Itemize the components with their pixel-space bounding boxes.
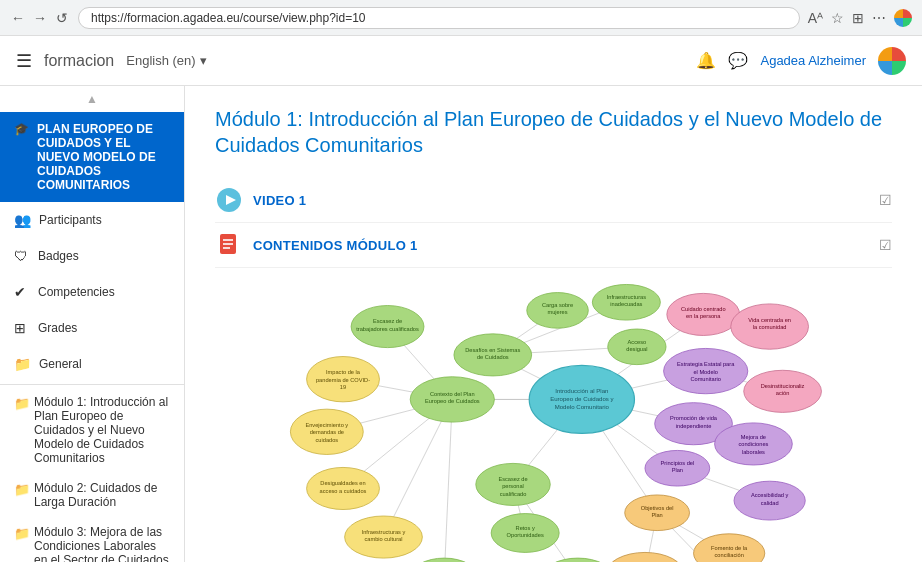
svg-text:desigual: desigual	[626, 346, 647, 352]
svg-text:Escasez de: Escasez de	[498, 476, 527, 482]
language-selector[interactable]: English (en) ▾	[126, 53, 206, 68]
svg-text:cualificado: cualificado	[500, 491, 527, 497]
top-nav-right: 🔔 💬 Agadea Alzheimer	[696, 47, 906, 75]
svg-text:acceso a cuidados: acceso a cuidados	[320, 488, 367, 494]
extensions-icon: ⊞	[852, 10, 864, 26]
general-label: General	[39, 357, 82, 371]
grades-label: Grades	[38, 321, 77, 335]
svg-text:Desinstitucionaliz: Desinstitucionaliz	[761, 383, 805, 389]
video-icon	[215, 186, 243, 214]
svg-text:laborales: laborales	[742, 449, 765, 455]
svg-text:Introducción al Plan: Introducción al Plan	[555, 388, 608, 394]
competencies-icon: ✔	[14, 284, 30, 300]
svg-text:Europeo de Cuidados y: Europeo de Cuidados y	[550, 396, 614, 402]
site-name: formacion	[44, 52, 114, 70]
content-doc-icon	[215, 231, 243, 259]
browser-controls: ← → ↺	[10, 10, 70, 26]
svg-text:Mejora de: Mejora de	[741, 434, 766, 440]
svg-text:ación: ación	[776, 390, 790, 396]
svg-point-56	[410, 558, 478, 562]
svg-point-113	[606, 552, 684, 562]
svg-text:Plan: Plan	[672, 467, 683, 473]
svg-text:mujeres: mujeres	[547, 309, 567, 315]
sidebar-scroll-up: ▲	[0, 86, 184, 112]
profile-icon: Aᴬ	[808, 10, 823, 26]
svg-text:Carga sobre: Carga sobre	[542, 302, 573, 308]
module1-label: Módulo 1: Introducción al Plan Europeo d…	[34, 395, 170, 465]
svg-text:trabajadores cualificados: trabajadores cualificados	[356, 326, 419, 332]
svg-text:de Cuidados: de Cuidados	[477, 354, 509, 360]
competencies-label: Competencies	[38, 285, 115, 299]
svg-text:Desafíos en Sistemas: Desafíos en Sistemas	[465, 347, 520, 353]
svg-text:Infraestructuras y: Infraestructuras y	[362, 529, 406, 535]
user-avatar-area	[878, 47, 906, 75]
content-label[interactable]: CONTENIDOS MÓDULO 1	[253, 238, 869, 253]
svg-text:condiciones: condiciones	[739, 441, 769, 447]
svg-text:Promoción de vida: Promoción de vida	[670, 415, 718, 421]
course-item-content[interactable]: CONTENIDOS MÓDULO 1 ☑	[215, 223, 892, 268]
svg-line-12	[444, 399, 452, 562]
svg-text:Oportunidades: Oportunidades	[507, 532, 544, 538]
video-label[interactable]: VIDEO 1	[253, 193, 869, 208]
svg-point-78	[542, 558, 613, 562]
agadea-logo-icon	[878, 47, 906, 75]
sidebar-module-3[interactable]: 📁 Módulo 3: Mejora de las Condiciones La…	[0, 517, 184, 562]
svg-rect-3	[223, 239, 233, 241]
svg-text:Objetivos del: Objetivos del	[641, 505, 674, 511]
svg-text:personal: personal	[502, 483, 524, 489]
module1-folder-icon: 📁	[14, 396, 28, 411]
url-bar[interactable]: https://formacion.agadea.eu/course/view.…	[78, 7, 800, 29]
svg-text:calidad: calidad	[761, 500, 779, 506]
video-check[interactable]: ☑	[879, 192, 892, 208]
sidebar-item-active-module[interactable]: 🎓 PLAN EUROPEO DE CUIDADOS Y EL NUEVO MO…	[0, 112, 184, 202]
svg-text:Cuidado centrado: Cuidado centrado	[681, 306, 726, 312]
svg-text:Vida centrada en: Vida centrada en	[748, 317, 791, 323]
svg-text:Desigualdades en: Desigualdades en	[320, 480, 365, 486]
page-title: Módulo 1: Introducción al Plan Europeo d…	[215, 106, 892, 158]
svg-text:Accesibilidad y: Accesibilidad y	[751, 492, 789, 498]
sidebar-item-general[interactable]: 📁 General	[0, 346, 184, 382]
svg-text:Escasez de: Escasez de	[373, 318, 402, 324]
sidebar-item-grades[interactable]: ⊞ Grades	[0, 310, 184, 346]
svg-text:Plan: Plan	[651, 512, 662, 518]
svg-text:Europeo de Cuidados: Europeo de Cuidados	[425, 398, 480, 404]
chat-icon[interactable]: 💬	[728, 51, 748, 70]
module3-label: Módulo 3: Mejora de las Condiciones Labo…	[34, 525, 170, 562]
svg-text:Infraestructuras: Infraestructuras	[607, 294, 646, 300]
svg-text:Acceso: Acceso	[628, 339, 647, 345]
participants-icon: 👥	[14, 212, 31, 228]
more-icon: ⋯	[872, 10, 886, 26]
reload-button[interactable]: ↺	[54, 10, 70, 26]
sidebar-module-1[interactable]: 📁 Módulo 1: Introducción al Plan Europeo…	[0, 387, 184, 473]
svg-text:Principios del: Principios del	[661, 460, 695, 466]
sidebar-item-badges[interactable]: 🛡 Badges	[0, 238, 184, 274]
svg-text:en la persona: en la persona	[686, 313, 721, 319]
svg-text:conciliación: conciliación	[715, 552, 744, 558]
svg-text:Contexto del Plan: Contexto del Plan	[430, 391, 475, 397]
browser-actions: Aᴬ ☆ ⊞ ⋯	[808, 9, 912, 27]
main-layout: ▲ 🎓 PLAN EUROPEO DE CUIDADOS Y EL NUEVO …	[0, 86, 922, 562]
svg-text:Estrategia Estatal para: Estrategia Estatal para	[677, 361, 735, 367]
sidebar-module-2[interactable]: 📁 Módulo 2: Cuidados de Larga Duración	[0, 473, 184, 517]
course-item-video[interactable]: VIDEO 1 ☑	[215, 178, 892, 223]
svg-text:independiente: independiente	[676, 423, 712, 429]
svg-text:la comunidad: la comunidad	[753, 324, 787, 330]
svg-text:cuidados: cuidados	[316, 437, 339, 443]
user-name[interactable]: Agadea Alzheimer	[760, 53, 866, 68]
sidebar: ▲ 🎓 PLAN EUROPEO DE CUIDADOS Y EL NUEVO …	[0, 86, 185, 562]
svg-rect-5	[223, 247, 230, 249]
active-module-label: PLAN EUROPEO DE CUIDADOS Y EL NUEVO MODE…	[37, 122, 170, 192]
badges-icon: 🛡	[14, 248, 30, 264]
svg-text:Comunitario: Comunitario	[690, 376, 720, 382]
sidebar-item-participants[interactable]: 👥 Participants	[0, 202, 184, 238]
sidebar-item-competencies[interactable]: ✔ Competencies	[0, 274, 184, 310]
bell-icon[interactable]: 🔔	[696, 51, 716, 70]
svg-text:19: 19	[340, 384, 346, 390]
badges-label: Badges	[38, 249, 79, 263]
forward-button[interactable]: →	[32, 10, 48, 26]
svg-text:Envejecimiento y: Envejecimiento y	[305, 422, 348, 428]
lang-label: English (en)	[126, 53, 195, 68]
back-button[interactable]: ←	[10, 10, 26, 26]
content-check[interactable]: ☑	[879, 237, 892, 253]
hamburger-menu[interactable]: ☰	[16, 50, 32, 72]
